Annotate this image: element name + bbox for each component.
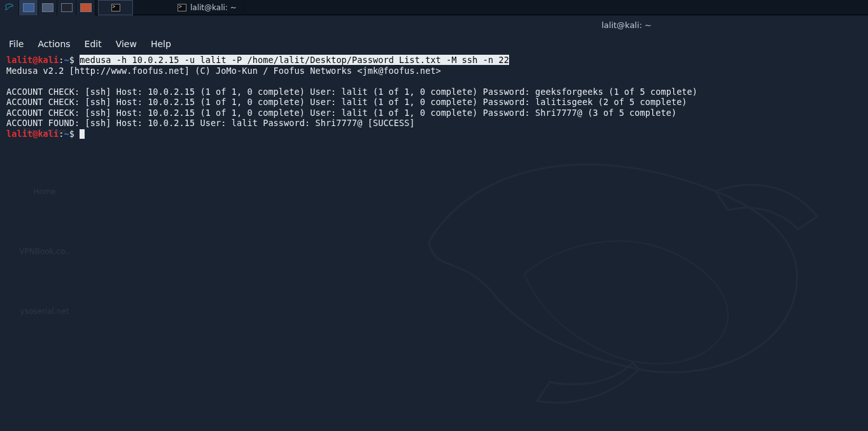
workspace-1[interactable] bbox=[19, 0, 38, 15]
taskbar-active-window[interactable]: lalit@kali: ~ bbox=[171, 0, 244, 15]
desktop-icons: File System Home VPNBook.co.. ysoserial.… bbox=[13, 127, 76, 316]
prompt-host: kali bbox=[38, 55, 59, 65]
menu-edit[interactable]: Edit bbox=[85, 39, 102, 49]
kali-dragon-icon bbox=[4, 2, 15, 13]
prompt-dollar: $ bbox=[69, 55, 74, 65]
taskbar: lalit@kali: ~ bbox=[0, 0, 868, 15]
output-line: ACCOUNT CHECK: [ssh] Host: 10.0.2.15 (1 … bbox=[6, 97, 687, 107]
menu-help[interactable]: Help bbox=[151, 39, 171, 49]
menu-actions[interactable]: Actions bbox=[38, 39, 70, 49]
prompt-path: ~ bbox=[64, 55, 69, 65]
desktop-icon-label: Home bbox=[33, 187, 55, 196]
desktop-icon-label: VPNBook.co.. bbox=[19, 247, 69, 256]
menu-file[interactable]: File bbox=[9, 39, 24, 49]
menu-view[interactable]: View bbox=[116, 39, 137, 49]
workspace-3[interactable] bbox=[57, 0, 76, 15]
terminal-menubar: File Actions Edit View Help bbox=[0, 34, 868, 53]
kali-dragon-wallpaper bbox=[397, 115, 843, 420]
prompt-user: lalit bbox=[6, 129, 32, 139]
command-text: medusa -h 10.0.2.15 -u lalit -P /home/la… bbox=[80, 55, 509, 65]
desktop-icon-vpnbook: VPNBook.co.. bbox=[13, 247, 76, 256]
prompt-colon: : bbox=[59, 129, 64, 139]
desktop-icon-home: Home bbox=[13, 187, 76, 196]
prompt-colon: : bbox=[59, 55, 64, 65]
workspace-4[interactable] bbox=[76, 0, 95, 15]
output-line: ACCOUNT FOUND: [ssh] Host: 10.0.2.15 Use… bbox=[6, 118, 415, 128]
prompt-user: lalit bbox=[6, 55, 32, 65]
terminal-icon bbox=[178, 4, 186, 11]
output-line: ACCOUNT CHECK: [ssh] Host: 10.0.2.15 (1 … bbox=[6, 108, 676, 118]
cursor bbox=[80, 129, 85, 139]
prompt-host: kali bbox=[38, 129, 59, 139]
desktop-icon-ysoserial: ysoserial.net bbox=[13, 307, 76, 316]
desktop-icon-label: ysoserial.net bbox=[20, 307, 69, 316]
kali-menu-button[interactable] bbox=[0, 0, 19, 15]
taskbar-active-window-title: lalit@kali: ~ bbox=[190, 3, 237, 12]
prompt-path: ~ bbox=[64, 129, 69, 139]
window-title-bar[interactable]: lalit@kali: ~ bbox=[0, 15, 868, 34]
output-line: ACCOUNT CHECK: [ssh] Host: 10.0.2.15 (1 … bbox=[6, 87, 697, 97]
workspace-2[interactable] bbox=[38, 0, 57, 15]
window-title: lalit@kali: ~ bbox=[601, 20, 652, 30]
taskbar-terminal-shortcut[interactable] bbox=[98, 0, 133, 15]
terminal-icon bbox=[111, 4, 120, 11]
output-banner: Medusa v2.2 [http://www.foofus.net] (C) … bbox=[6, 66, 441, 76]
prompt-dollar: $ bbox=[69, 129, 74, 139]
terminal-output[interactable]: lalit@kali:~$ medusa -h 10.0.2.15 -u lal… bbox=[0, 53, 868, 145]
